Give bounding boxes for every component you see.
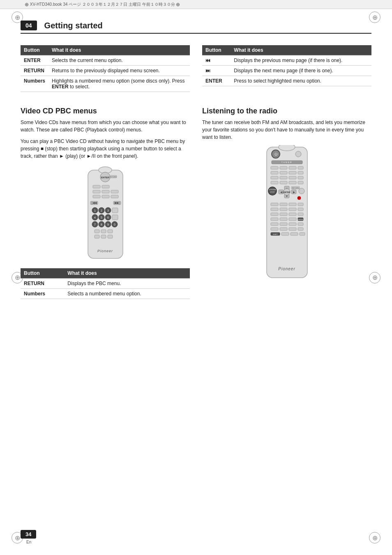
svg-rect-102 — [289, 218, 296, 221]
page-lang: En — [26, 540, 31, 544]
left-col2-header: What it does — [48, 45, 190, 55]
svg-rect-107 — [289, 223, 296, 226]
svg-rect-91 — [298, 203, 303, 206]
svg-rect-115 — [281, 233, 289, 235]
svg-rect-45 — [108, 235, 113, 238]
radio-para1: The tuner can receive both FM and AM bro… — [202, 119, 371, 141]
svg-rect-105 — [271, 223, 278, 226]
svg-rect-58 — [271, 171, 278, 174]
svg-text:Pioneer: Pioneer — [278, 267, 295, 271]
svg-rect-108 — [298, 223, 303, 226]
svg-rect-7 — [102, 185, 109, 188]
svg-text:ENTER: ENTER — [297, 219, 303, 221]
left-col1-header: Button — [21, 45, 48, 55]
svg-text:7: 7 — [94, 223, 96, 226]
svg-rect-97 — [280, 213, 287, 216]
svg-rect-6 — [93, 185, 100, 188]
button-desc: Selects a numbered menu option. — [64, 289, 190, 299]
svg-rect-62 — [271, 176, 278, 179]
svg-rect-24 — [112, 208, 118, 213]
remote-illustration-left: ENTER RETURN — [21, 164, 190, 263]
button-label: Numbers — [24, 291, 45, 297]
print-bar-text: XV-HTD340.book 34 ページ ２００３年１２月２７日 土曜日 午前… — [30, 2, 175, 7]
svg-rect-89 — [280, 203, 287, 206]
svg-text:9: 9 — [107, 223, 109, 226]
bottom-table: Button What it does RETURN Displays the … — [21, 268, 190, 299]
remote-svg-right: ⏻ TUNER — [263, 145, 311, 281]
svg-text:STOP: STOP — [270, 191, 274, 193]
page-number: 34 — [21, 530, 36, 539]
svg-text:▶▶|: ▶▶| — [115, 201, 120, 205]
svg-rect-116 — [291, 233, 298, 235]
svg-rect-117 — [300, 233, 305, 235]
svg-rect-60 — [289, 171, 296, 174]
svg-rect-59 — [280, 171, 287, 174]
svg-rect-99 — [298, 213, 303, 216]
button-label: ⏮ — [205, 58, 210, 63]
right-table-col: Button What it does ⏮ Displays the previ… — [202, 45, 371, 92]
svg-text:|◀◀: |◀◀ — [92, 201, 97, 205]
svg-rect-110 — [280, 228, 287, 230]
svg-rect-11 — [93, 195, 100, 198]
bottom-col2-header: What it does — [64, 268, 190, 279]
bottom-table-section: Button What it does RETURN Displays the … — [21, 268, 190, 299]
button-desc: Returns to the previously displayed menu… — [48, 66, 190, 76]
svg-text:5: 5 — [101, 216, 102, 219]
top-tables-row: Button What it does ENTER Selects the cu… — [21, 45, 371, 92]
svg-rect-13 — [111, 195, 118, 198]
svg-text:ENTER: ENTER — [101, 176, 109, 179]
svg-rect-101 — [280, 218, 287, 221]
table-row: Numbers Selects a numbered menu option. — [21, 289, 190, 299]
svg-rect-64 — [289, 176, 296, 179]
top-left-table: Button What it does ENTER Selects the cu… — [21, 45, 190, 92]
button-desc: Selects the current menu option. — [48, 55, 190, 66]
print-cross-right: ⊕ — [176, 2, 180, 7]
svg-rect-69 — [298, 181, 303, 184]
button-label: ENTER — [24, 58, 41, 63]
left-table-col: Button What it does ENTER Selects the cu… — [21, 45, 190, 92]
svg-rect-31 — [112, 215, 118, 220]
svg-rect-55 — [280, 166, 287, 169]
svg-rect-109 — [271, 228, 278, 230]
button-desc: Displays the previous menu page (if ther… — [231, 55, 371, 66]
svg-point-73 — [299, 188, 304, 194]
svg-rect-111 — [289, 228, 296, 230]
svg-rect-92 — [271, 208, 278, 211]
svg-text:2: 2 — [101, 209, 102, 212]
print-bar: ⊕ XV-HTD340.book 34 ページ ２００３年１２月２７日 土曜日 … — [0, 0, 392, 9]
svg-rect-42 — [108, 230, 113, 233]
svg-rect-61 — [298, 171, 303, 174]
video-cd-para1: Some Video CDs have menus from which you… — [21, 119, 190, 134]
button-desc: Highlights a numbered menu option (some … — [48, 76, 190, 92]
svg-rect-106 — [280, 223, 287, 226]
svg-point-87 — [297, 196, 301, 200]
top-right-table: Button What it does ⏮ Displays the previ… — [202, 45, 371, 86]
svg-rect-0 — [88, 170, 123, 258]
button-label: ⏭ — [205, 68, 210, 74]
table-row: ENTER Press to select highlighted menu o… — [202, 76, 371, 86]
button-label: RETURN — [24, 281, 44, 286]
svg-rect-94 — [289, 208, 296, 211]
svg-rect-40 — [95, 230, 99, 233]
header-section: 04 Getting started — [21, 21, 371, 34]
svg-text:⏻: ⏻ — [274, 152, 278, 156]
svg-rect-98 — [289, 213, 296, 216]
print-cross-left: ⊕ — [25, 2, 29, 7]
right-column: Listening to the radio The tuner can rec… — [202, 100, 371, 299]
svg-text:TUNER: TUNER — [281, 161, 292, 164]
svg-rect-67 — [280, 181, 287, 184]
table-row: RETURN Returns to the previously display… — [21, 66, 190, 76]
svg-rect-12 — [102, 195, 109, 198]
svg-text:Pioneer: Pioneer — [97, 249, 113, 253]
chapter-title: Getting started — [44, 21, 103, 30]
table-row: Numbers Highlights a numbered menu optio… — [21, 76, 190, 92]
bottom-col1-header: Button — [21, 268, 64, 279]
svg-rect-66 — [271, 181, 278, 184]
svg-rect-65 — [298, 176, 303, 179]
svg-rect-63 — [280, 176, 287, 179]
svg-rect-44 — [101, 235, 106, 238]
remote-illustration-right: ⏻ TUNER — [202, 145, 371, 281]
header-line — [21, 33, 371, 34]
svg-rect-95 — [298, 208, 303, 211]
table-row: ⏮ Displays the previous menu page (if th… — [202, 55, 371, 66]
